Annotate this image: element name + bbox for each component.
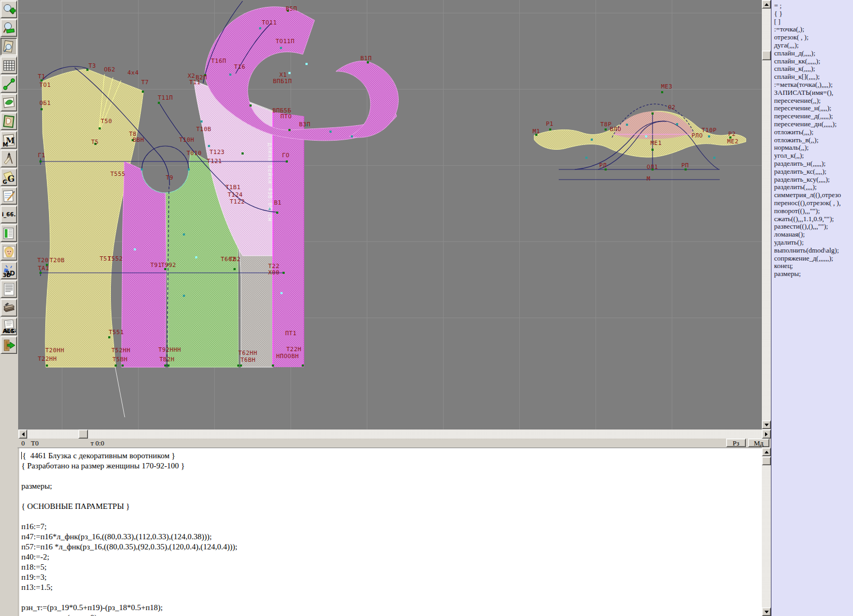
command-item[interactable]: разделить(,,,,); bbox=[771, 183, 853, 191]
photo-icon bbox=[2, 245, 16, 259]
code-line: п13:=1.5; bbox=[19, 583, 762, 593]
command-item[interactable]: пересечение_н(,,,,); bbox=[771, 104, 853, 112]
code-line: п57:=п16 *л_фнк(рз_16,((80,0.35),(92,0.3… bbox=[19, 542, 762, 553]
canvas-vscroll-thumb[interactable] bbox=[762, 51, 771, 60]
command-item[interactable]: пересечение_дн(,,,,,); bbox=[771, 120, 853, 128]
toolbar-letter-m-button[interactable]: MM bbox=[1, 131, 17, 149]
command-item[interactable]: :=точка(,); bbox=[771, 26, 853, 34]
command-item[interactable]: пересечение_д(,,,,,); bbox=[771, 112, 853, 120]
toolbar-table-button[interactable] bbox=[1, 224, 17, 242]
command-item[interactable]: пересечение(,,); bbox=[771, 97, 853, 105]
canvas-label: Т62НН bbox=[238, 350, 257, 356]
command-item[interactable]: нормаль(,,); bbox=[771, 144, 853, 152]
canvas-label: Т123 bbox=[210, 149, 225, 156]
canvas-label: МЕ2 bbox=[727, 138, 738, 145]
toolbar-i66-button[interactable]: i_66. bbox=[1, 206, 17, 223]
command-item[interactable]: ЗАПИСАТЬ(имя=(), bbox=[771, 89, 853, 97]
canvas-label: Т1 bbox=[38, 73, 45, 80]
command-item[interactable]: конец; bbox=[771, 262, 853, 270]
canvas-scroll-right-button[interactable] bbox=[762, 429, 771, 439]
command-item[interactable]: разделить_н(,,,,,); bbox=[771, 160, 853, 168]
rz-button[interactable]: Рз bbox=[726, 439, 746, 447]
pattern-drawing: В5ПТО11ТО11ПВ1ПТ16ПТ16Х2В2ПТ11Х1ВПБ1ПТ3О… bbox=[18, 0, 762, 429]
toolbar-zoom-in-button[interactable] bbox=[1, 1, 17, 18]
command-item[interactable]: сплайн_к[](,,,,); bbox=[771, 73, 853, 81]
editor-scroll-down-button[interactable] bbox=[762, 607, 771, 616]
toolbar-measure-button[interactable] bbox=[1, 75, 17, 93]
piece-magenta-strip[interactable] bbox=[273, 112, 304, 367]
canvas-scroll-down-button[interactable] bbox=[762, 420, 771, 429]
command-item[interactable]: поворот((),,,""); bbox=[771, 207, 853, 215]
command-item[interactable]: = ; bbox=[771, 2, 853, 10]
canvas-label: В5П bbox=[286, 5, 297, 12]
command-item[interactable]: выполнить(dmod\alg); bbox=[771, 247, 853, 255]
toolbar-books-button[interactable] bbox=[1, 299, 17, 317]
toolbar-drafting-button[interactable] bbox=[1, 150, 17, 167]
command-item[interactable]: дуга(,,,); bbox=[771, 42, 853, 50]
toolbar-zoom-out-button[interactable] bbox=[1, 19, 17, 37]
canvas-label: Т20 bbox=[37, 257, 49, 264]
toolbar-alg-button[interactable]: ALGALG bbox=[1, 318, 17, 335]
canvas-label: ВЛО bbox=[610, 126, 621, 133]
md-button[interactable]: Мд bbox=[748, 439, 769, 447]
command-item[interactable]: угол_к(,,); bbox=[771, 152, 853, 160]
code-editor[interactable]: { 4461 Блузка с декоративным воротником … bbox=[18, 448, 762, 616]
command-item[interactable]: ломаная(); bbox=[771, 231, 853, 239]
command-item[interactable]: сжать((),,,1.1,0.9,""); bbox=[771, 215, 853, 223]
command-item[interactable]: [ ] bbox=[771, 18, 853, 26]
canvas-hscroll-thumb[interactable] bbox=[78, 429, 88, 439]
canvas-label: 4х4 bbox=[127, 69, 139, 76]
command-item[interactable]: :=метка(точка(,),,,,); bbox=[771, 81, 853, 89]
canvas-label: РЛ bbox=[599, 162, 607, 169]
toolbar-pattern-button[interactable] bbox=[1, 112, 17, 130]
command-item[interactable]: размеры; bbox=[771, 270, 853, 278]
toolbar-sketch-button[interactable] bbox=[1, 94, 17, 111]
command-item[interactable]: перенос((),отрезок( , ), bbox=[771, 199, 853, 207]
canvas-scroll-up-button[interactable] bbox=[762, 0, 771, 9]
svg-text:G: G bbox=[7, 174, 15, 184]
command-item[interactable]: сплайн_к(,,,,); bbox=[771, 65, 853, 73]
arrow-down-icon bbox=[765, 424, 769, 426]
measure-icon bbox=[2, 77, 16, 91]
toolbar-document-button[interactable] bbox=[1, 280, 17, 298]
canvas-label: В1 bbox=[274, 199, 281, 206]
canvas-label: Т122 bbox=[230, 198, 245, 205]
toolbar-preview-button[interactable] bbox=[1, 38, 17, 55]
command-item[interactable]: { } bbox=[771, 10, 853, 18]
toolbar-exit-button[interactable] bbox=[1, 336, 17, 354]
arrow-right-icon bbox=[765, 432, 768, 436]
toolbar-sheet-button[interactable] bbox=[1, 187, 17, 205]
status-count: 0 bbox=[21, 439, 25, 448]
command-item[interactable]: отложить_в(,,); bbox=[771, 136, 853, 144]
canvas-label: Т20В bbox=[50, 257, 65, 264]
piece-collar-crescent-2[interactable] bbox=[336, 61, 398, 137]
toolbar-grid-button[interactable] bbox=[1, 56, 17, 74]
command-item[interactable]: сопряжение_д(,,,,,,); bbox=[771, 255, 853, 263]
command-item[interactable]: удалить(); bbox=[771, 239, 853, 247]
canvas-label: ОБ2 bbox=[104, 66, 115, 73]
white-guide-line bbox=[115, 367, 125, 417]
canvas-hscrollbar[interactable] bbox=[18, 429, 762, 439]
canvas-label: ТО1 bbox=[39, 82, 51, 88]
canvas-label: Т124 bbox=[228, 191, 243, 198]
toolbar-photo-button[interactable] bbox=[1, 243, 17, 261]
command-item[interactable]: сплайн_д(,,,,); bbox=[771, 50, 853, 58]
canvas-label: Т16 bbox=[234, 63, 245, 70]
command-item[interactable]: отрезок( , ); bbox=[771, 34, 853, 42]
editor-scroll-up-button[interactable] bbox=[762, 448, 771, 456]
drafting-icon bbox=[2, 152, 16, 166]
command-item[interactable]: развести((),(),,,""); bbox=[771, 223, 853, 231]
canvas-scroll-left-button[interactable] bbox=[19, 429, 27, 439]
command-item[interactable]: разделить_ксу(,,,,); bbox=[771, 176, 853, 184]
command-item[interactable]: разделить_кс(,,,,); bbox=[771, 168, 853, 176]
document-icon bbox=[2, 282, 16, 296]
toolbar-letter-g-button[interactable]: GG bbox=[1, 168, 17, 186]
canvas-vscrollbar[interactable] bbox=[762, 0, 771, 429]
drawing-canvas[interactable]: В5ПТО11ТО11ПВ1ПТ16ПТ16Х2В2ПТ11Х1ВПБ1ПТ3О… bbox=[18, 0, 762, 429]
toolbar-threed-button[interactable]: 3D3D bbox=[1, 262, 17, 279]
command-item[interactable]: отложить(,,,); bbox=[771, 128, 853, 136]
command-item[interactable]: сплайн_кк(,,,,,); bbox=[771, 58, 853, 66]
command-item[interactable]: симметрия_л((),отрезо bbox=[771, 191, 853, 199]
editor-vscrollbar[interactable] bbox=[762, 448, 771, 616]
editor-vscroll-thumb[interactable] bbox=[762, 457, 771, 465]
